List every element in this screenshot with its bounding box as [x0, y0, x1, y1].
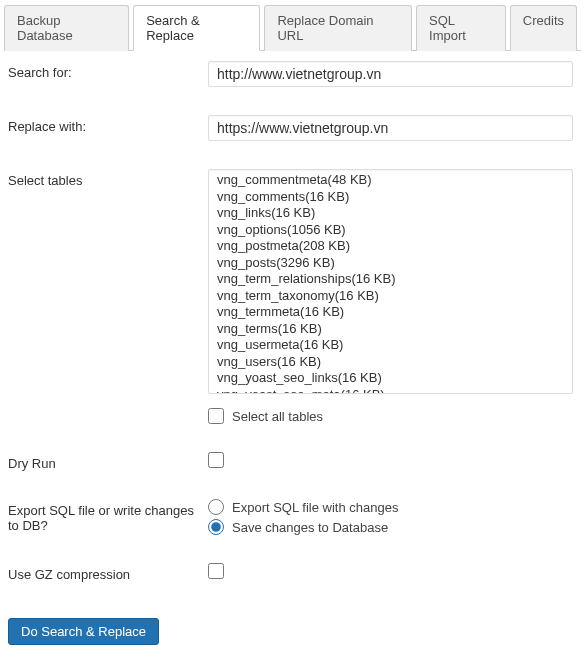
save-db-radio[interactable] [208, 519, 224, 535]
table-option[interactable]: vng_posts(3296 KB) [209, 255, 572, 272]
tab-credits[interactable]: Credits [510, 5, 577, 51]
select-all-tables-label: Select all tables [232, 409, 323, 424]
export-sql-option[interactable]: Export SQL file with changes [208, 499, 573, 515]
tab-backup-database[interactable]: Backup Database [4, 5, 129, 51]
tab-search-replace[interactable]: Search & Replace [133, 5, 260, 51]
tab-bar: Backup DatabaseSearch & ReplaceReplace D… [4, 4, 581, 51]
export-sql-radio[interactable] [208, 499, 224, 515]
search-replace-form: Search for: Replace with: Select tables … [0, 51, 585, 659]
export-sql-label: Export SQL file with changes [232, 500, 398, 515]
table-option[interactable]: vng_postmeta(208 KB) [209, 238, 572, 255]
export-question-label: Export SQL file or write changes to DB? [8, 499, 208, 533]
replace-with-input[interactable] [208, 115, 573, 141]
table-option[interactable]: vng_users(16 KB) [209, 354, 572, 371]
select-tables-label: Select tables [8, 169, 208, 188]
dry-run-checkbox[interactable] [208, 452, 224, 468]
table-option[interactable]: vng_comments(16 KB) [209, 189, 572, 206]
table-option[interactable]: vng_usermeta(16 KB) [209, 337, 572, 354]
tables-multiselect[interactable]: vng_commentmeta(48 KB)vng_comments(16 KB… [208, 169, 573, 394]
table-option[interactable]: vng_term_taxonomy(16 KB) [209, 288, 572, 305]
dry-run-label: Dry Run [8, 452, 208, 471]
table-option[interactable]: vng_terms(16 KB) [209, 321, 572, 338]
search-for-input[interactable] [208, 61, 573, 87]
save-db-label: Save changes to Database [232, 520, 388, 535]
table-option[interactable]: vng_termmeta(16 KB) [209, 304, 572, 321]
table-option[interactable]: vng_links(16 KB) [209, 205, 572, 222]
replace-with-label: Replace with: [8, 115, 208, 134]
table-option[interactable]: vng_options(1056 KB) [209, 222, 572, 239]
tab-replace-domain-url[interactable]: Replace Domain URL [264, 5, 412, 51]
search-for-label: Search for: [8, 61, 208, 80]
do-search-replace-button[interactable]: Do Search & Replace [8, 618, 159, 645]
table-option[interactable]: vng_term_relationships(16 KB) [209, 271, 572, 288]
use-gz-label: Use GZ compression [8, 563, 208, 582]
select-all-tables-checkbox[interactable] [208, 408, 224, 424]
save-db-option[interactable]: Save changes to Database [208, 519, 573, 535]
use-gz-checkbox[interactable] [208, 563, 224, 579]
table-option[interactable]: vng_yoast_seo_links(16 KB) [209, 370, 572, 387]
select-all-tables-wrap[interactable]: Select all tables [208, 408, 573, 424]
tab-sql-import[interactable]: SQL Import [416, 5, 506, 51]
table-option[interactable]: vng_commentmeta(48 KB) [209, 172, 572, 189]
table-option[interactable]: vng_yoast_seo_meta(16 KB) [209, 387, 572, 395]
